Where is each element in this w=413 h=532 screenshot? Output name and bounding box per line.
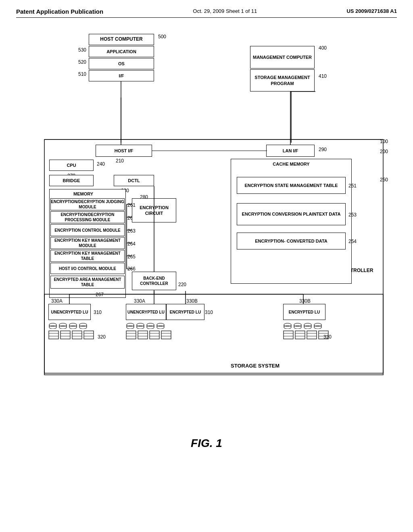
ref-330b-left: 330B xyxy=(186,298,198,304)
host-io-ctrl-box: HOST I/O CONTROL MODULE xyxy=(50,263,125,274)
svg-point-42 xyxy=(294,326,301,329)
enc-key-table-box: ENCRYPTION KEY MANAGEMENT TABLE xyxy=(50,250,125,262)
page-header: Patent Application Publication Oct. 29, … xyxy=(16,8,397,18)
ref-263: 263 xyxy=(127,228,136,234)
svg-point-6 xyxy=(49,326,56,329)
svg-rect-75 xyxy=(284,331,293,339)
cpu-box: CPU xyxy=(49,160,94,171)
ref-510: 510 xyxy=(78,71,86,77)
ref-254: 254 xyxy=(348,239,357,244)
ref-330b-right: 330B xyxy=(299,298,311,304)
svg-rect-78 xyxy=(295,331,305,339)
svg-rect-69 xyxy=(150,331,159,339)
host-computer-box: HOST COMPUTER xyxy=(89,34,154,45)
dctl-box: DCTL xyxy=(114,175,154,186)
ref-266: 266 xyxy=(127,266,136,272)
enc-processing-box: ENCRYPTION/DECRYPTION PROCESSING MODULE xyxy=(50,211,125,223)
cache-memory-label: CACHE MEMORY xyxy=(251,161,332,167)
hdd-group-mid xyxy=(126,330,171,339)
if-box: I/F xyxy=(89,70,154,81)
enc-key-mgmt-box: ENCRYPTION KEY MANAGEMENT MODULE xyxy=(50,237,125,249)
ref-310-right: 310 xyxy=(205,310,213,315)
os-box: OS xyxy=(89,58,154,69)
svg-point-38 xyxy=(284,326,291,329)
svg-rect-81 xyxy=(307,331,317,339)
svg-point-22 xyxy=(127,326,134,329)
ref-267: 267 xyxy=(96,292,104,297)
svg-rect-51 xyxy=(49,331,58,339)
svg-rect-66 xyxy=(138,331,148,339)
ref-320-right: 320 xyxy=(323,334,332,340)
svg-rect-72 xyxy=(161,331,171,339)
sheet-info: Oct. 29, 2009 Sheet 1 of 11 xyxy=(193,8,257,14)
ref-320-left: 320 xyxy=(98,334,106,340)
disk-group-right-top xyxy=(283,321,322,329)
ref-240: 240 xyxy=(97,161,105,167)
encrypted-lu-mid-box: ENCRYPTED LU xyxy=(166,304,204,320)
svg-rect-87 xyxy=(44,294,383,375)
disk-group-mid-top xyxy=(126,321,165,329)
memory-label: MEMORY xyxy=(73,191,93,197)
svg-rect-54 xyxy=(60,331,70,339)
backend-ctrl-box: BACK-END CONTROLLER xyxy=(132,272,176,290)
enc-judging-box: ENCRYPTION/DECRYPTION JUDGING MODULE xyxy=(50,198,125,210)
enc-control-box: ENCRYPTION CONTROL MODULE xyxy=(50,224,125,236)
disk-group-left-top xyxy=(48,321,88,329)
ref-210: 210 xyxy=(116,158,124,164)
enc-conv-plaintext-box: ENCRYPTION CONVERSION PLAINTEXT DATA xyxy=(237,203,346,225)
patent-number: US 2009/0271638 A1 xyxy=(346,8,397,14)
ref-330a-left: 330A xyxy=(51,298,63,304)
unencrypted-lu-mid-box: UNENCRYPTED LU xyxy=(126,304,166,320)
ref-330a-right: 330A xyxy=(134,298,145,304)
bridge-box: BRIDGE xyxy=(49,175,94,186)
ref-500: 500 xyxy=(158,34,166,39)
ref-220: 220 xyxy=(178,282,186,287)
publication-label: Patent Application Publication xyxy=(16,8,103,15)
ref-251: 251 xyxy=(348,183,357,189)
svg-point-34 xyxy=(157,326,164,329)
svg-rect-57 xyxy=(72,331,82,339)
svg-rect-63 xyxy=(126,331,136,339)
ref-250: 250 xyxy=(380,177,388,183)
enc-conv-data-box: ENCRYPTION- CONVERTED DATA xyxy=(237,233,346,249)
storage-system-label: STORAGE SYSTEM xyxy=(231,363,280,370)
svg-point-14 xyxy=(69,326,77,329)
ref-280: 280 xyxy=(140,194,148,200)
enc-circuit-box: ENCRYPTION CIRCUIT xyxy=(132,198,176,222)
page: Patent Application Publication Oct. 29, … xyxy=(0,0,413,532)
hdd-group-left xyxy=(48,330,94,339)
enc-state-table-box: ENCRYPTION STATE MANAGEMENT TABLE xyxy=(237,177,346,194)
ref-253: 253 xyxy=(348,212,357,218)
encrypted-lu-right-box: ENCRYPTED LU xyxy=(283,304,325,320)
enc-area-table-box: ENCRYPTED AREA MANAGEMENT TABLE xyxy=(50,276,125,289)
unencrypted-lu-left-box: UNENCRYPTED LU xyxy=(48,304,91,320)
svg-point-10 xyxy=(59,326,67,329)
management-computer-box: MANAGEMENT COMPUTER xyxy=(250,46,315,69)
ref-200: 200 xyxy=(380,149,388,154)
ref-261: 261 xyxy=(127,202,136,208)
inner-controller-box xyxy=(44,139,383,152)
ref-310-left: 310 xyxy=(94,310,102,315)
application-box: APPLICATION xyxy=(89,46,154,57)
svg-rect-60 xyxy=(84,331,94,339)
svg-point-50 xyxy=(314,326,321,329)
ref-400: 400 xyxy=(319,45,327,51)
ref-530: 530 xyxy=(78,47,86,53)
svg-point-18 xyxy=(79,326,87,329)
svg-point-46 xyxy=(304,326,311,329)
ref-520: 520 xyxy=(78,59,86,65)
diagram-area: HOST COMPUTER APPLICATION OS I/F 500 530… xyxy=(17,30,396,425)
storage-mgmt-box: STORAGE MANAGEMENT PROGRAM xyxy=(250,69,315,91)
ref-410: 410 xyxy=(319,73,327,79)
ref-265: 265 xyxy=(127,254,136,260)
svg-point-26 xyxy=(137,326,144,329)
ref-264: 264 xyxy=(127,241,136,247)
svg-point-30 xyxy=(147,326,154,329)
figure-caption: FIG. 1 xyxy=(16,437,397,450)
hdd-group-right xyxy=(283,330,329,339)
